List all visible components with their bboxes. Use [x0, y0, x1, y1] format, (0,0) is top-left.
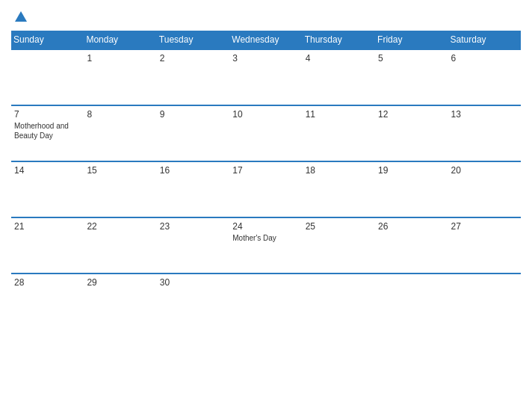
day-number: 23	[160, 221, 226, 232]
day-number: 11	[306, 109, 372, 120]
day-number: 27	[451, 221, 518, 232]
logo-triangle-icon	[15, 11, 27, 22]
calendar-cell: 16	[157, 161, 229, 217]
day-number: 4	[306, 53, 372, 64]
calendar-cell: 18	[303, 161, 375, 217]
calendar-cell: 9	[157, 105, 229, 161]
week-row-0: 123456	[11, 49, 521, 105]
calendar-cell: 17	[229, 161, 302, 217]
calendar-cell: 14	[11, 161, 84, 217]
week-row-4: 282930	[11, 274, 521, 330]
calendar-cell: 20	[448, 161, 521, 217]
day-number: 19	[378, 165, 445, 176]
calendar-cell	[375, 274, 448, 330]
calendar-cell	[448, 274, 521, 330]
calendar-cell: 21	[11, 217, 84, 274]
day-number: 7	[14, 109, 81, 120]
day-number: 8	[87, 109, 153, 120]
day-header-sunday: Sunday	[11, 31, 84, 49]
calendar-header	[11, 7, 521, 31]
day-number: 20	[451, 165, 518, 176]
day-number: 10	[232, 109, 299, 120]
day-number: 22	[87, 221, 153, 232]
calendar-cell: 25	[303, 217, 375, 274]
day-number: 29	[87, 277, 153, 288]
logo	[11, 11, 27, 23]
calendar-cell: 30	[157, 274, 229, 330]
day-number: 24	[232, 221, 299, 232]
day-number: 5	[378, 53, 445, 64]
calendar-cell: 24Mother's Day	[229, 217, 302, 274]
calendar-cell: 5	[375, 49, 448, 105]
calendar-cell: 27	[448, 217, 521, 274]
calendar-cell: 1	[84, 49, 156, 105]
day-headers-row: SundayMondayTuesdayWednesdayThursdayFrid…	[11, 31, 521, 49]
day-number: 26	[378, 221, 445, 232]
day-number: 17	[232, 165, 299, 176]
day-number: 15	[87, 165, 153, 176]
week-row-2: 14151617181920	[11, 161, 521, 217]
day-number: 6	[451, 53, 518, 64]
calendar-cell: 4	[303, 49, 375, 105]
day-number: 30	[160, 277, 226, 288]
calendar-cell: 26	[375, 217, 448, 274]
calendar-container: SundayMondayTuesdayWednesdayThursdayFrid…	[0, 0, 532, 411]
day-number: 9	[160, 109, 226, 120]
calendar-cell: 12	[375, 105, 448, 161]
day-number: 1	[87, 53, 153, 64]
calendar-cell: 10	[229, 105, 302, 161]
day-number: 16	[160, 165, 226, 176]
calendar-cell: 23	[157, 217, 229, 274]
calendar-cell	[303, 274, 375, 330]
day-number: 13	[451, 109, 518, 120]
calendar-cell: 29	[84, 274, 156, 330]
event-label: Motherhood and Beauty Day	[14, 121, 81, 140]
day-header-wednesday: Wednesday	[229, 31, 302, 49]
calendar-cell: 22	[84, 217, 156, 274]
calendar-cell: 11	[303, 105, 375, 161]
calendar-cell: 28	[11, 274, 84, 330]
event-label: Mother's Day	[232, 233, 299, 243]
week-row-3: 21222324Mother's Day252627	[11, 217, 521, 274]
day-number: 28	[14, 277, 81, 288]
calendar-cell: 13	[448, 105, 521, 161]
calendar-cell: 2	[157, 49, 229, 105]
day-header-tuesday: Tuesday	[157, 31, 229, 49]
calendar-cell: 15	[84, 161, 156, 217]
day-number: 12	[378, 109, 445, 120]
calendar-cell	[229, 274, 302, 330]
calendar-cell: 3	[229, 49, 302, 105]
calendar-cell: 6	[448, 49, 521, 105]
calendar-cell: 19	[375, 161, 448, 217]
calendar-cell: 7Motherhood and Beauty Day	[11, 105, 84, 161]
calendar-cell	[11, 49, 84, 105]
day-header-thursday: Thursday	[303, 31, 375, 49]
calendar-table: SundayMondayTuesdayWednesdayThursdayFrid…	[11, 31, 521, 330]
day-number: 25	[306, 221, 372, 232]
day-number: 14	[14, 165, 81, 176]
day-number: 21	[14, 221, 81, 232]
day-number: 18	[306, 165, 372, 176]
day-header-friday: Friday	[375, 31, 448, 49]
calendar-cell: 8	[84, 105, 156, 161]
day-header-monday: Monday	[84, 31, 156, 49]
day-number: 3	[232, 53, 299, 64]
week-row-1: 7Motherhood and Beauty Day8910111213	[11, 105, 521, 161]
day-number: 2	[160, 53, 226, 64]
day-header-saturday: Saturday	[448, 31, 521, 49]
